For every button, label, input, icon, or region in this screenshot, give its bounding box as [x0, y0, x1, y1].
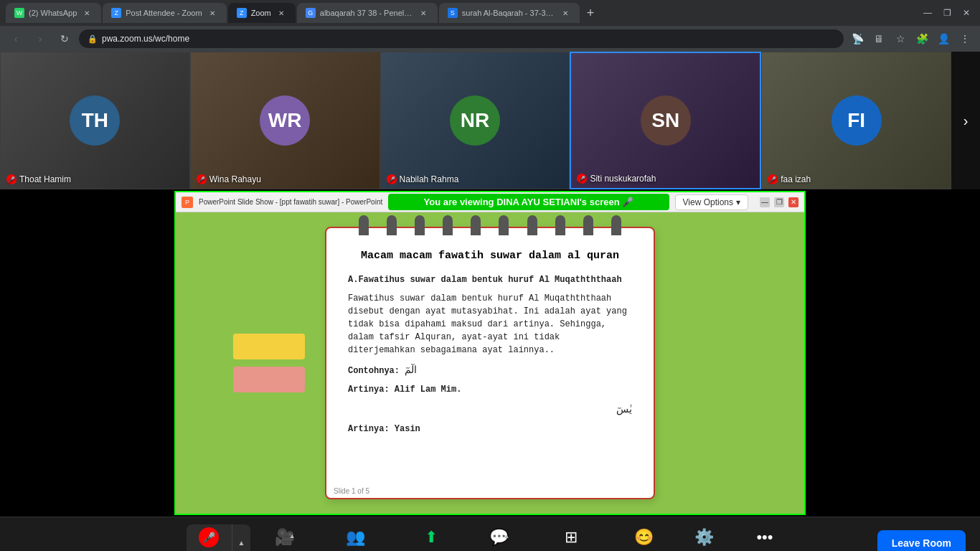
- profile-icon[interactable]: 👤: [934, 29, 953, 48]
- slide-section-heading: A.Fawatihus suwar dalam bentuk huruf Al …: [348, 275, 622, 285]
- avatar-1: TH: [70, 95, 120, 146]
- participant-name-4: 🎤 Siti nuskukarofah: [577, 174, 656, 184]
- tab-controls: — ❐ ✕: [919, 6, 974, 19]
- stop-video-icon-wrap: 🎥 ▲: [275, 528, 294, 547]
- slide-arabic-1: الٓمٓ: [405, 364, 417, 375]
- tab-post-attendee-close[interactable]: ✕: [207, 7, 218, 19]
- slide-body-text: Fawatihus suwar dalam bentuk huruf Al Mu…: [348, 292, 632, 357]
- participant-video-5: FI 🎤 faa izah: [761, 52, 951, 189]
- ss-viewing-banner: You are viewing DINA AYU SETIANI's scree…: [388, 194, 669, 210]
- ring-9: [583, 215, 593, 235]
- participants-icon: 👥: [346, 528, 365, 547]
- participant-video-1: TH 🎤 Thoat Hamim: [0, 52, 190, 189]
- mic-muted-icon-3: 🎤: [387, 174, 397, 184]
- slide-meaning-2: Artinya: Yasin: [348, 424, 420, 434]
- new-tab-button[interactable]: +: [581, 6, 600, 21]
- slide-notebook: Macam macam fawatih suwar dalam al quran…: [325, 227, 655, 499]
- nav-bar: ‹ › ↻ 🔒 pwa.zoom.us/wc/home 📡 🖥 ☆ 🧩 👤 ⋮: [0, 26, 980, 52]
- breakout-rooms-icon: ⊞: [565, 528, 578, 547]
- unmute-button-group: 🎤 Unmute ▲: [187, 524, 250, 552]
- screen-share-wrapper: P PowerPoint Slide Show - [ppt fawatih s…: [174, 191, 806, 515]
- reactions-button[interactable]: 😊 Reactions: [615, 522, 673, 552]
- tab-surah-label: surah Al-Baqarah - 37-38 - Qu...: [462, 9, 555, 17]
- mic-muted-icon-2: 🎤: [197, 174, 207, 184]
- breakout-rooms-button[interactable]: ⊞ Breakout Rooms: [530, 522, 612, 552]
- screen-share-area: P PowerPoint Slide Show - [ppt fawatih s…: [0, 189, 980, 517]
- avatar-3: NR: [450, 95, 500, 146]
- close-window-btn[interactable]: ✕: [788, 197, 798, 207]
- slide-page-indicator: Slide 1 of 5: [334, 487, 369, 495]
- menu-icon[interactable]: ⋮: [956, 29, 974, 48]
- close-button[interactable]: ✕: [958, 6, 974, 19]
- tab-zoom[interactable]: Z Zoom ✕: [228, 3, 296, 23]
- tab-albaqarah[interactable]: G albaqarah 37 38 - Penelusur... ✕: [297, 3, 438, 23]
- share-screen-icon: ⬆: [425, 528, 438, 547]
- chat-caret: ▲: [504, 532, 510, 540]
- ring-5: [471, 215, 481, 235]
- participant-name-3: 🎤 Nabilah Rahma: [387, 174, 459, 184]
- settings-button[interactable]: ⚙️ Settings: [676, 522, 733, 552]
- unmute-main[interactable]: 🎤 Unmute: [187, 527, 232, 552]
- slide-content: Macam macam fawatih suwar dalam al quran…: [176, 212, 804, 514]
- tab-post-attendee[interactable]: Z Post Attendee - Zoom ✕: [103, 3, 226, 23]
- participant-bg-2: WR: [191, 52, 380, 189]
- leave-room-button[interactable]: Leave Room: [877, 530, 966, 552]
- slide-stickers: [233, 334, 305, 392]
- settings-icon: ⚙️: [694, 528, 714, 547]
- chat-icon-wrap: 💬 ▲: [489, 528, 509, 547]
- tab-surah[interactable]: S surah Al-Baqarah - 37-38 - Qu... ✕: [439, 3, 580, 23]
- avatar-4: SN: [641, 95, 691, 146]
- tab-zoom-label: Zoom: [251, 9, 271, 17]
- forward-button[interactable]: ›: [30, 29, 50, 49]
- restore-window-btn[interactable]: ❐: [774, 197, 784, 207]
- whatsapp-favicon: W: [14, 8, 24, 18]
- more-icon: •••: [756, 528, 773, 547]
- participant-bg-1: TH: [1, 52, 189, 189]
- reactions-icon: 😊: [634, 528, 654, 547]
- chat-button[interactable]: 💬 ▲ Chat: [470, 522, 527, 552]
- camera-caret: ▲: [289, 532, 296, 540]
- tab-zoom-close[interactable]: ✕: [275, 7, 287, 19]
- address-bar[interactable]: 🔒 pwa.zoom.us/wc/home: [79, 29, 844, 48]
- more-button[interactable]: ••• More: [736, 522, 793, 552]
- tab-albaqarah-close[interactable]: ✕: [418, 7, 429, 19]
- ss-window-title: PowerPoint Slide Show - [ppt fawatih suw…: [199, 198, 382, 206]
- share-screen-button[interactable]: ⬆ Share Screen: [396, 522, 467, 552]
- bookmark-icon[interactable]: ☆: [891, 29, 910, 48]
- mic-muted-icon-1: 🎤: [6, 174, 17, 184]
- zoom-main: TH 🎤 Thoat Hamim WR 🎤 Wina Rahayu NR 🎤: [0, 52, 980, 517]
- back-button[interactable]: ‹: [6, 29, 26, 49]
- extensions-icon[interactable]: 🧩: [913, 29, 931, 48]
- ring-7: [527, 215, 537, 235]
- url-text: pwa.zoom.us/wc/home: [102, 34, 189, 44]
- view-options-button[interactable]: View Options ▾: [675, 194, 748, 210]
- browser-chrome: W (2) WhatsApp ✕ Z Post Attendee - Zoom …: [0, 0, 980, 52]
- ring-3: [415, 215, 425, 235]
- zoom-favicon: Z: [237, 8, 247, 18]
- participant-video-2: WR 🎤 Wina Rahayu: [190, 52, 380, 189]
- powerpoint-icon: P: [182, 197, 193, 208]
- minimize-button[interactable]: —: [919, 6, 936, 19]
- cast-icon[interactable]: 📡: [848, 29, 867, 48]
- participant-name-5: 🎤 faa izah: [768, 174, 811, 184]
- albaqarah-favicon: G: [306, 8, 316, 18]
- avatar-2: WR: [260, 95, 310, 146]
- screen-share-icon[interactable]: 🖥: [870, 29, 888, 48]
- post-attendee-favicon: Z: [111, 8, 121, 18]
- refresh-button[interactable]: ↻: [55, 29, 75, 49]
- minimize-window-btn[interactable]: —: [760, 197, 770, 207]
- video-strip: TH 🎤 Thoat Hamim WR 🎤 Wina Rahayu NR 🎤: [0, 52, 980, 189]
- tab-whatsapp-close[interactable]: ✕: [81, 7, 93, 19]
- lock-icon: 🔒: [88, 34, 98, 44]
- stop-video-button[interactable]: 🎥 ▲ Stop Video: [253, 522, 315, 552]
- restore-button[interactable]: ❐: [939, 6, 956, 19]
- unmute-caret[interactable]: ▲: [232, 524, 251, 552]
- video-strip-next[interactable]: ›: [951, 52, 980, 189]
- notebook-rings: [326, 215, 654, 235]
- zoom-toolbar: 🎤 Unmute ▲ 🎥 ▲ Stop Video 👥 10 Participa…: [0, 517, 980, 551]
- participants-button[interactable]: 👥 10 Participants: [318, 522, 393, 552]
- tab-surah-close[interactable]: ✕: [560, 7, 571, 19]
- ring-1: [359, 215, 369, 235]
- tab-whatsapp[interactable]: W (2) WhatsApp ✕: [6, 3, 101, 23]
- surah-favicon: S: [448, 8, 458, 18]
